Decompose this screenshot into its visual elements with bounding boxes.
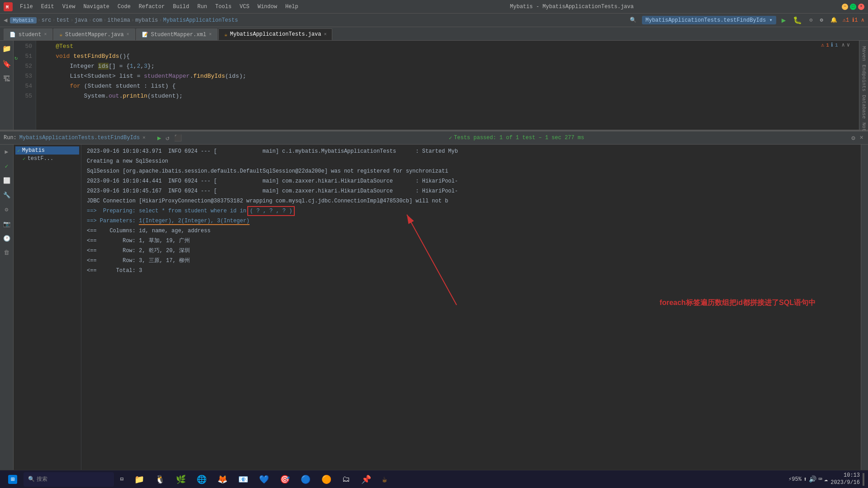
line-50: 50 bbox=[14, 42, 36, 52]
taskbar-java[interactable]: ☕ bbox=[377, 472, 392, 487]
code-content[interactable]: @Test void testFindByIds(){ Integer ids[… bbox=[36, 41, 859, 130]
titlebar: M File Edit View Navigate Code Refactor … bbox=[0, 0, 868, 14]
debug-button[interactable]: 🐛 bbox=[791, 15, 804, 26]
run-settings-icon[interactable]: ⚙ bbox=[850, 133, 856, 143]
run-sort-icon[interactable]: ⚙ bbox=[2, 206, 12, 216]
search-icon[interactable]: 🔍 bbox=[628, 16, 638, 24]
bookmarks-icon[interactable]: 🔖 bbox=[2, 60, 12, 70]
run-play-icon[interactable]: ▶ bbox=[156, 133, 162, 143]
app6-icon: 🗂 bbox=[342, 474, 350, 484]
volume-icon[interactable]: 🔊 bbox=[809, 475, 816, 483]
taskbar-app5[interactable]: 🟠 bbox=[317, 472, 336, 487]
run-filter-icon[interactable]: 🔧 bbox=[2, 192, 12, 202]
taskbar-app6[interactable]: 🗂 bbox=[338, 472, 355, 487]
run-check-icon[interactable]: ✓ bbox=[2, 163, 12, 173]
app7-icon: 📌 bbox=[361, 474, 371, 484]
run-camera-icon[interactable]: 📷 bbox=[2, 221, 12, 230]
run-stop-icon[interactable]: ⬛ bbox=[173, 133, 183, 143]
tab-mybatis-tests[interactable]: ☕ MybatisApplicationTests.java × bbox=[218, 28, 332, 40]
run-close-icon[interactable]: × bbox=[859, 133, 864, 142]
tree-item-testfind[interactable]: ✓ testF... bbox=[15, 155, 79, 163]
main-toolbar: ◀ Mybatis › src › test › java › com › it… bbox=[0, 14, 868, 27]
window-title: Mybatis - MybatisApplicationTests.java bbox=[302, 4, 842, 10]
menu-vcs[interactable]: VCS bbox=[236, 3, 253, 11]
run-stop2-icon[interactable]: ⬜ bbox=[2, 177, 12, 187]
tab-student[interactable]: 📄 student × bbox=[4, 28, 52, 40]
maven-label[interactable]: Maven bbox=[860, 44, 868, 63]
start-button[interactable]: ⊞ bbox=[4, 472, 22, 487]
scroll-up-icon[interactable]: ∧ bbox=[842, 42, 845, 48]
taskbar-app4[interactable]: 🔵 bbox=[296, 472, 315, 487]
run-rerun-icon[interactable]: ↺ bbox=[165, 133, 170, 143]
structure-icon[interactable]: 🏗 bbox=[2, 75, 12, 85]
menu-view[interactable]: View bbox=[59, 3, 79, 11]
scroll-down-icon[interactable]: ∨ bbox=[847, 42, 850, 48]
menu-run[interactable]: Run bbox=[193, 3, 211, 11]
taskbar-firefox[interactable]: 🦊 bbox=[213, 472, 232, 487]
taskbar-app7[interactable]: 📌 bbox=[357, 472, 376, 487]
run-tree: ✓ Mybatis ✓ testF... bbox=[14, 145, 81, 474]
taskbar-app2[interactable]: 💙 bbox=[255, 472, 274, 487]
tab-studentmapper-xml[interactable]: 📝 StudentMapper.xml × bbox=[136, 28, 217, 40]
minimize-button[interactable]: − bbox=[842, 4, 848, 10]
settings-icon[interactable]: ⚙ bbox=[818, 16, 825, 24]
taskbar-app1[interactable]: 🌿 bbox=[171, 472, 190, 487]
tab-mybatis-tests-close[interactable]: × bbox=[324, 32, 326, 37]
run-history-icon[interactable]: 🕐 bbox=[2, 235, 12, 245]
tree-item-mybatis-label: Mybatis bbox=[22, 147, 45, 154]
menu-refactor[interactable]: Refactor bbox=[135, 3, 169, 11]
menu-edit[interactable]: Edit bbox=[38, 3, 58, 11]
cloud-icon[interactable]: ☁ bbox=[824, 475, 828, 483]
run-button[interactable]: ▶ bbox=[780, 15, 788, 26]
taskbar-mail[interactable]: 📧 bbox=[234, 472, 253, 487]
taskbar-linux[interactable]: 🐧 bbox=[151, 472, 170, 487]
menu-window[interactable]: Window bbox=[254, 3, 281, 11]
taskview-button[interactable]: ⊟ bbox=[116, 472, 128, 487]
run-trash-icon[interactable]: 🗑 bbox=[2, 249, 12, 259]
run-tests-icon[interactable]: ▶ bbox=[2, 148, 12, 158]
show-desktop-btn[interactable] bbox=[863, 473, 864, 486]
line-55: 55 bbox=[14, 91, 36, 101]
taskbar-explorer[interactable]: 📁 bbox=[130, 472, 149, 487]
endpoints-label[interactable]: Endpoints bbox=[860, 63, 868, 93]
coverage-button[interactable]: ⚙ bbox=[807, 16, 814, 24]
notifications-icon[interactable]: 🔔 bbox=[829, 16, 839, 24]
run-section: Run: MybatisApplicationTests.testFindByI… bbox=[0, 131, 868, 474]
menu-navigate[interactable]: Navigate bbox=[80, 3, 113, 11]
run-tab-label[interactable]: MybatisApplicationTests.testFindByIds bbox=[19, 135, 140, 141]
tab-studentmapper-java-close[interactable]: × bbox=[127, 32, 129, 37]
app4-icon: 🔵 bbox=[301, 474, 311, 484]
taskbar-chrome[interactable]: 🌐 bbox=[192, 472, 211, 487]
breadcrumb-mybatis[interactable]: Mybatis bbox=[10, 17, 36, 23]
close-button[interactable]: × bbox=[858, 4, 864, 10]
search-bar[interactable]: 🔍 搜索 bbox=[24, 472, 114, 487]
pass-indicator: ✓ Tests passed: 1 of 1 test – 1 sec 277 … bbox=[449, 135, 584, 141]
code-line-50: @Test bbox=[42, 42, 859, 52]
menu-tools[interactable]: Tools bbox=[212, 3, 235, 11]
tab-studentmapper-xml-close[interactable]: × bbox=[209, 32, 212, 37]
database-label[interactable]: Database bbox=[860, 93, 868, 121]
menu-build[interactable]: Build bbox=[169, 3, 193, 11]
editor-section: 📁 🔖 🏗 50 ↻ 51 52 53 54 55 @Test void tes… bbox=[0, 41, 868, 131]
maximize-button[interactable]: □ bbox=[850, 4, 856, 10]
menu-help[interactable]: Help bbox=[282, 3, 302, 11]
tree-check-icon: ✓ bbox=[17, 148, 20, 154]
tab-student-close[interactable]: × bbox=[44, 32, 47, 37]
run-config-dropdown[interactable]: MybatisApplicationTests.testFindByIds ▾ bbox=[642, 16, 776, 24]
search-placeholder: 搜索 bbox=[37, 475, 47, 483]
mail-icon: 📧 bbox=[238, 474, 248, 484]
project-icon[interactable]: 📁 bbox=[2, 44, 12, 54]
back-button[interactable]: ◀ bbox=[4, 16, 7, 24]
network-icon[interactable]: ⬆ bbox=[803, 475, 807, 483]
menu-file[interactable]: File bbox=[16, 3, 37, 11]
tree-item-mybatis[interactable]: ✓ Mybatis bbox=[15, 146, 79, 155]
code-line-52: Integer ids[] = {1,2,3}; bbox=[42, 61, 859, 71]
taskbar-app3[interactable]: 🎯 bbox=[275, 472, 294, 487]
battery-icon[interactable]: ⚡95% bbox=[788, 476, 802, 483]
ime-tray-icon[interactable]: ⌨ bbox=[818, 475, 822, 483]
main-layout: 📁 🔖 🏗 50 ↻ 51 52 53 54 55 @Test void tes… bbox=[0, 41, 868, 488]
menu-code[interactable]: Code bbox=[114, 3, 134, 11]
tab-studentmapper-java[interactable]: ☕ StudentMapper.java × bbox=[53, 28, 135, 40]
run-tab-close[interactable]: × bbox=[142, 135, 146, 141]
left-panel: 📁 🔖 🏗 bbox=[0, 41, 14, 130]
